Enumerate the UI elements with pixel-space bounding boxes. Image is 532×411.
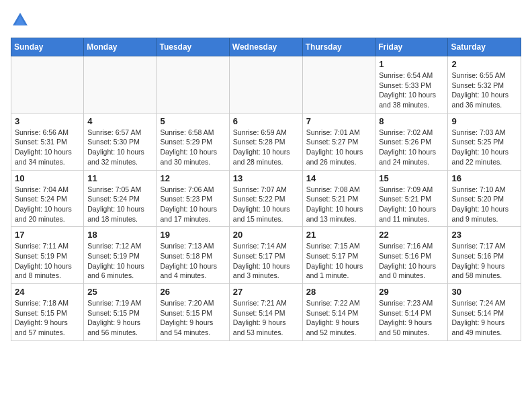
day-header-monday: Monday xyxy=(84,38,157,56)
day-number: 28 xyxy=(306,287,372,297)
day-number: 11 xyxy=(87,173,152,183)
day-info: Sunrise: 7:03 AM Sunset: 5:25 PM Dayligh… xyxy=(451,128,517,167)
day-info: Sunrise: 7:02 AM Sunset: 5:26 PM Dayligh… xyxy=(379,128,444,167)
calendar-cell: 1Sunrise: 6:54 AM Sunset: 5:33 PM Daylig… xyxy=(375,56,448,113)
day-info: Sunrise: 7:15 AM Sunset: 5:17 PM Dayligh… xyxy=(306,241,372,281)
calendar-cell xyxy=(157,56,229,113)
day-info: Sunrise: 7:21 AM Sunset: 5:14 PM Dayligh… xyxy=(233,298,299,338)
calendar-cell: 3Sunrise: 6:56 AM Sunset: 5:31 PM Daylig… xyxy=(11,113,84,170)
calendar-cell: 20Sunrise: 7:14 AM Sunset: 5:17 PM Dayli… xyxy=(229,227,302,284)
day-number: 22 xyxy=(379,230,444,240)
day-number: 6 xyxy=(233,116,299,126)
calendar-cell: 9Sunrise: 7:03 AM Sunset: 5:25 PM Daylig… xyxy=(448,113,521,170)
day-number: 1 xyxy=(379,59,444,69)
calendar-cell: 7Sunrise: 7:01 AM Sunset: 5:27 PM Daylig… xyxy=(302,113,375,170)
day-info: Sunrise: 7:05 AM Sunset: 5:24 PM Dayligh… xyxy=(87,185,152,224)
day-info: Sunrise: 7:11 AM Sunset: 5:19 PM Dayligh… xyxy=(15,241,80,281)
page-header xyxy=(11,11,521,30)
calendar-cell: 15Sunrise: 7:09 AM Sunset: 5:21 PM Dayli… xyxy=(375,170,448,227)
day-number: 14 xyxy=(306,173,372,183)
day-info: Sunrise: 7:24 AM Sunset: 5:14 PM Dayligh… xyxy=(451,298,517,338)
calendar-cell xyxy=(229,56,302,113)
day-number: 10 xyxy=(15,173,80,183)
day-info: Sunrise: 7:20 AM Sunset: 5:15 PM Dayligh… xyxy=(160,298,225,338)
calendar-cell: 2Sunrise: 6:55 AM Sunset: 5:32 PM Daylig… xyxy=(448,56,521,113)
day-number: 30 xyxy=(451,287,517,297)
calendar-cell: 13Sunrise: 7:07 AM Sunset: 5:22 PM Dayli… xyxy=(229,170,302,227)
day-header-tuesday: Tuesday xyxy=(157,38,229,56)
calendar-cell: 26Sunrise: 7:20 AM Sunset: 5:15 PM Dayli… xyxy=(157,284,229,341)
day-header-sunday: Sunday xyxy=(11,38,84,56)
calendar-cell: 30Sunrise: 7:24 AM Sunset: 5:14 PM Dayli… xyxy=(448,284,521,341)
day-number: 5 xyxy=(160,116,225,126)
calendar-cell: 22Sunrise: 7:16 AM Sunset: 5:16 PM Dayli… xyxy=(375,227,448,284)
day-info: Sunrise: 6:56 AM Sunset: 5:31 PM Dayligh… xyxy=(15,128,80,167)
week-row-4: 17Sunrise: 7:11 AM Sunset: 5:19 PM Dayli… xyxy=(11,227,521,284)
calendar-cell: 29Sunrise: 7:23 AM Sunset: 5:14 PM Dayli… xyxy=(375,284,448,341)
day-number: 2 xyxy=(451,59,517,69)
day-number: 26 xyxy=(160,287,225,297)
week-row-2: 3Sunrise: 6:56 AM Sunset: 5:31 PM Daylig… xyxy=(11,113,521,170)
day-info: Sunrise: 7:17 AM Sunset: 5:16 PM Dayligh… xyxy=(451,241,517,281)
day-info: Sunrise: 6:57 AM Sunset: 5:30 PM Dayligh… xyxy=(87,128,152,167)
calendar-cell: 28Sunrise: 7:22 AM Sunset: 5:14 PM Dayli… xyxy=(302,284,375,341)
day-info: Sunrise: 7:10 AM Sunset: 5:20 PM Dayligh… xyxy=(451,185,517,224)
day-info: Sunrise: 7:13 AM Sunset: 5:18 PM Dayligh… xyxy=(160,241,225,281)
calendar-header-row: SundayMondayTuesdayWednesdayThursdayFrid… xyxy=(11,38,521,56)
day-info: Sunrise: 6:58 AM Sunset: 5:29 PM Dayligh… xyxy=(160,128,225,167)
calendar-cell: 10Sunrise: 7:04 AM Sunset: 5:24 PM Dayli… xyxy=(11,170,84,227)
day-number: 15 xyxy=(379,173,444,183)
calendar-cell: 12Sunrise: 7:06 AM Sunset: 5:23 PM Dayli… xyxy=(157,170,229,227)
day-number: 27 xyxy=(233,287,299,297)
day-number: 29 xyxy=(379,287,444,297)
day-info: Sunrise: 7:18 AM Sunset: 5:15 PM Dayligh… xyxy=(15,298,80,338)
day-info: Sunrise: 7:23 AM Sunset: 5:14 PM Dayligh… xyxy=(379,298,444,338)
calendar-cell: 23Sunrise: 7:17 AM Sunset: 5:16 PM Dayli… xyxy=(448,227,521,284)
calendar-cell: 11Sunrise: 7:05 AM Sunset: 5:24 PM Dayli… xyxy=(84,170,157,227)
day-info: Sunrise: 7:07 AM Sunset: 5:22 PM Dayligh… xyxy=(233,185,299,224)
day-info: Sunrise: 7:19 AM Sunset: 5:15 PM Dayligh… xyxy=(87,298,152,338)
day-number: 4 xyxy=(87,116,152,126)
week-row-1: 1Sunrise: 6:54 AM Sunset: 5:33 PM Daylig… xyxy=(11,56,521,113)
day-info: Sunrise: 7:16 AM Sunset: 5:16 PM Dayligh… xyxy=(379,241,444,281)
day-info: Sunrise: 7:08 AM Sunset: 5:21 PM Dayligh… xyxy=(306,185,372,224)
calendar-cell: 19Sunrise: 7:13 AM Sunset: 5:18 PM Dayli… xyxy=(157,227,229,284)
day-header-wednesday: Wednesday xyxy=(229,38,302,56)
day-info: Sunrise: 6:54 AM Sunset: 5:33 PM Dayligh… xyxy=(379,71,444,110)
logo xyxy=(11,11,32,30)
calendar-cell: 17Sunrise: 7:11 AM Sunset: 5:19 PM Dayli… xyxy=(11,227,84,284)
calendar-cell: 24Sunrise: 7:18 AM Sunset: 5:15 PM Dayli… xyxy=(11,284,84,341)
day-number: 17 xyxy=(15,230,80,240)
day-info: Sunrise: 7:06 AM Sunset: 5:23 PM Dayligh… xyxy=(160,185,225,224)
calendar-cell: 21Sunrise: 7:15 AM Sunset: 5:17 PM Dayli… xyxy=(302,227,375,284)
day-info: Sunrise: 7:01 AM Sunset: 5:27 PM Dayligh… xyxy=(306,128,372,167)
calendar-cell xyxy=(302,56,375,113)
calendar-table: SundayMondayTuesdayWednesdayThursdayFrid… xyxy=(11,38,521,341)
calendar-cell: 14Sunrise: 7:08 AM Sunset: 5:21 PM Dayli… xyxy=(302,170,375,227)
day-number: 13 xyxy=(233,173,299,183)
calendar-cell: 5Sunrise: 6:58 AM Sunset: 5:29 PM Daylig… xyxy=(157,113,229,170)
day-info: Sunrise: 7:09 AM Sunset: 5:21 PM Dayligh… xyxy=(379,185,444,224)
day-number: 12 xyxy=(160,173,225,183)
week-row-5: 24Sunrise: 7:18 AM Sunset: 5:15 PM Dayli… xyxy=(11,284,521,341)
day-info: Sunrise: 7:04 AM Sunset: 5:24 PM Dayligh… xyxy=(15,185,80,224)
day-info: Sunrise: 7:22 AM Sunset: 5:14 PM Dayligh… xyxy=(306,298,372,338)
calendar-cell: 18Sunrise: 7:12 AM Sunset: 5:19 PM Dayli… xyxy=(84,227,157,284)
day-number: 18 xyxy=(87,230,152,240)
calendar-cell: 8Sunrise: 7:02 AM Sunset: 5:26 PM Daylig… xyxy=(375,113,448,170)
day-number: 3 xyxy=(15,116,80,126)
day-info: Sunrise: 7:12 AM Sunset: 5:19 PM Dayligh… xyxy=(87,241,152,281)
day-info: Sunrise: 6:55 AM Sunset: 5:32 PM Dayligh… xyxy=(451,71,517,110)
day-number: 25 xyxy=(87,287,152,297)
calendar-cell: 6Sunrise: 6:59 AM Sunset: 5:28 PM Daylig… xyxy=(229,113,302,170)
day-number: 21 xyxy=(306,230,372,240)
day-header-thursday: Thursday xyxy=(302,38,375,56)
day-number: 16 xyxy=(451,173,517,183)
day-number: 20 xyxy=(233,230,299,240)
day-header-saturday: Saturday xyxy=(448,38,521,56)
calendar-cell xyxy=(84,56,157,113)
calendar-cell xyxy=(11,56,84,113)
day-number: 9 xyxy=(451,116,517,126)
day-number: 8 xyxy=(379,116,444,126)
calendar-cell: 4Sunrise: 6:57 AM Sunset: 5:30 PM Daylig… xyxy=(84,113,157,170)
